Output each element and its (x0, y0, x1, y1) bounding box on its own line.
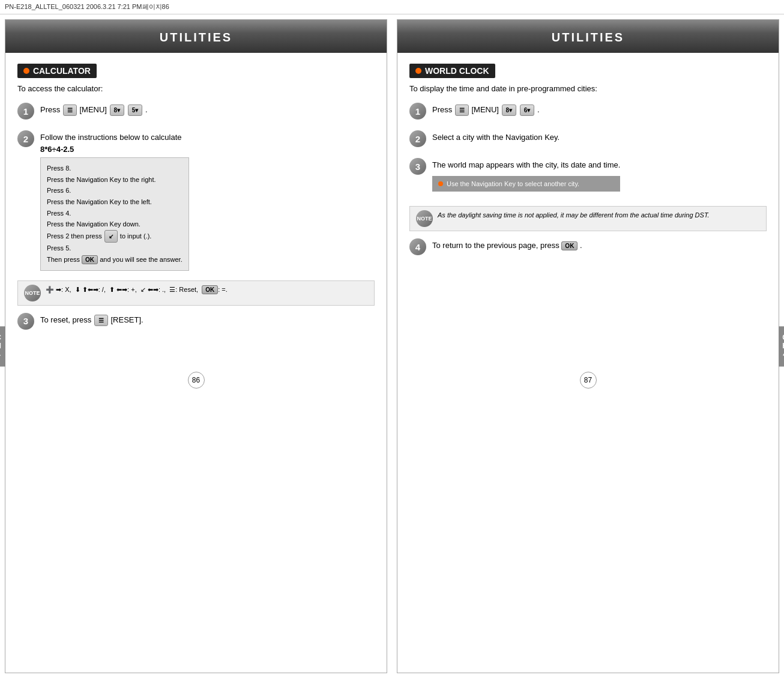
right-intro: To display the time and date in pre-prog… (409, 84, 767, 93)
right-step-num-4: 4 (409, 238, 426, 255)
instr-line-4: Press the Navigation Key to the left. (47, 196, 182, 208)
step-3-text: To reset, press ☰ [RESET]. (40, 312, 143, 326)
right-step-4: 4 To return to the previous page, press … (409, 237, 767, 255)
left-page-content: CALCULATOR To access the calculator: 1 P… (5, 53, 387, 369)
right-page: CH4 UTILITIES WORLD CLOCK To display the… (397, 19, 779, 673)
step-num-3: 3 (17, 313, 34, 330)
r-menu-key: ☰ (455, 104, 469, 116)
right-step-2-text: Select a city with the Navigation Key. (432, 129, 559, 144)
instr-line-6: Press the Navigation Key down. (47, 219, 182, 230)
top-bar-text: PN-E218_ALLTEL_060321 2006.3.21 7:21 PM페… (5, 3, 169, 10)
top-bar: PN-E218_ALLTEL_060321 2006.3.21 7:21 PM페… (0, 0, 784, 14)
ok-key-sym: OK (202, 285, 218, 294)
step-num-2: 2 (17, 130, 34, 147)
reset-key: ☰ (94, 315, 108, 326)
left-side-tab: CH4 (0, 326, 5, 366)
right-step-3-text: The world map appears with the city, its… (432, 157, 620, 196)
right-step-1: 1 Press ☰ [MENU] 8▾ 6▾ . (409, 101, 767, 120)
right-step-num-1: 1 (409, 103, 426, 120)
bullet-info: Use the Navigation Key to select another… (432, 176, 620, 192)
menu-key: ☰ (63, 104, 77, 116)
step-2-text: Follow the instructions below to calcula… (40, 129, 189, 271)
symbols-text: ➕ ➡: X, ⬇ ⬆⬅➡: /, ⬆ ⬅➡: +, ↙ ⬅➡: ., ☰: R… (46, 285, 228, 295)
instruction-box: Press 8. Press the Navigation Key to the… (40, 157, 189, 271)
right-step-1-text: Press ☰ [MENU] 8▾ 6▾ . (432, 101, 540, 116)
left-intro: To access the calculator: (17, 84, 375, 93)
right-side-tab: CH4 (779, 326, 784, 366)
bullet-dot-icon (438, 181, 443, 186)
instr-line-1: Press 8. (47, 163, 182, 174)
symbols-note-row: NOTE ➕ ➡: X, ⬇ ⬆⬅➡: /, ⬆ ⬅➡: +, ↙ ⬅➡: .,… (17, 280, 375, 306)
left-step-2: 2 Follow the instructions below to calcu… (17, 129, 375, 271)
r-key-6s: 6▾ (520, 104, 535, 116)
step-num-1: 1 (17, 103, 34, 120)
ok-key-inline: OK (82, 255, 98, 264)
left-section-title: CALCULATOR (17, 64, 97, 78)
r-key-8w: 8▾ (502, 104, 517, 116)
right-step-num-2: 2 (409, 130, 426, 147)
nav-key-inline: ↙ (104, 230, 118, 243)
right-note-row: NOTE As the daylight saving time is not … (409, 206, 767, 231)
right-page-header: UTILITIES (397, 20, 779, 53)
left-page-header: UTILITIES (5, 20, 387, 53)
instr-line-2: Press the Navigation Key to the right. (47, 174, 182, 186)
right-note-icon: NOTE (416, 210, 433, 227)
instr-line-5: Press 4. (47, 208, 182, 219)
right-step-2: 2 Select a city with the Navigation Key. (409, 129, 767, 147)
key-5s: 5▾ (128, 104, 143, 116)
right-section-title: WORLD CLOCK (409, 64, 495, 78)
left-page-bottom: 86 (5, 369, 387, 673)
left-page: CH4 UTILITIES CALCULATOR To access the c… (5, 19, 387, 673)
section-dot (23, 68, 29, 74)
left-page-num: 86 (188, 372, 205, 389)
right-step-num-3: 3 (409, 158, 426, 175)
step-1-text: Press ☰ [MENU] 8▾ 5▾ . (40, 101, 148, 116)
note-icon: NOTE (24, 285, 41, 301)
right-section-dot (415, 68, 421, 74)
ok-key-return: OK (561, 241, 577, 250)
right-page-num: 87 (580, 372, 597, 389)
instr-line-7: Press 2 then press ↙ to input (.). (47, 230, 182, 243)
right-step-3: 3 The world map appears with the city, i… (409, 157, 767, 196)
instr-line-8: Press 5. (47, 243, 182, 254)
right-step-4-text: To return to the previous page, press OK… (432, 237, 582, 252)
left-step-3: 3 To reset, press ☰ [RESET]. (17, 312, 375, 330)
key-8w: 8▾ (110, 104, 125, 116)
right-page-content: WORLD CLOCK To display the time and date… (397, 53, 779, 369)
instr-line-3: Press 6. (47, 185, 182, 196)
left-step-1: 1 Press ☰ [MENU] 8▾ 5▾ . (17, 101, 375, 120)
right-note-text: As the daylight saving time is not appli… (438, 210, 710, 220)
instr-line-9: Then press OK and you will see the answe… (47, 254, 182, 265)
right-page-bottom: 87 (397, 369, 779, 673)
